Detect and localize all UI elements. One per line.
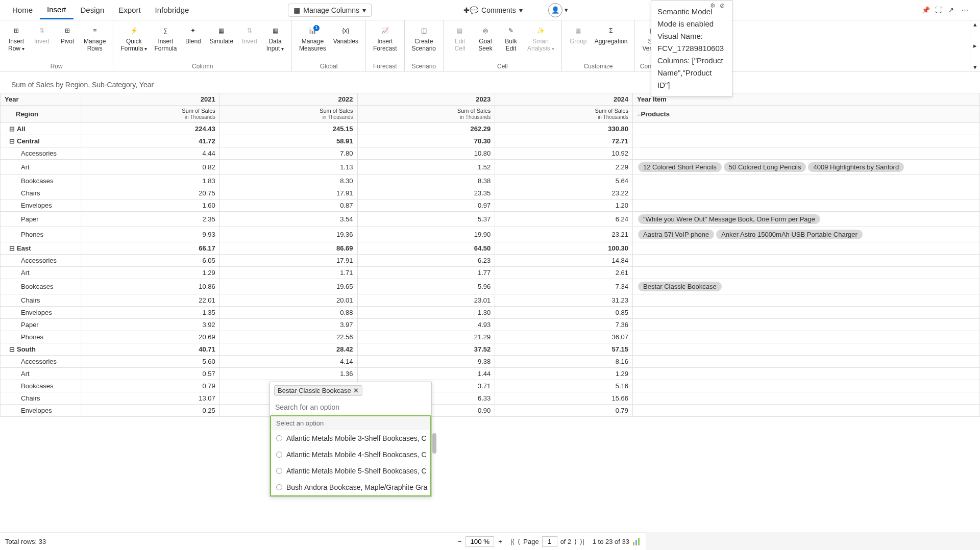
value-cell[interactable]: 1.13 — [219, 160, 357, 175]
row-label-cell[interactable]: Envelopes — [1, 405, 82, 417]
table-row[interactable]: Accessories4.447.8010.8010.92 — [1, 147, 980, 160]
tab-home[interactable]: Home — [5, 2, 40, 18]
product-chip[interactable]: 12 Colored Short Pencils — [638, 162, 722, 172]
create-scenario-button[interactable]: ◫CreateScenario — [409, 22, 439, 55]
value-cell[interactable]: 22.56 — [219, 331, 357, 343]
table-row[interactable]: ⊟East66.1786.6964.50100.30 — [1, 242, 980, 255]
value-cell[interactable]: 7.80 — [219, 147, 357, 160]
value-cell[interactable]: 0.87 — [219, 199, 357, 212]
table-row[interactable]: Bookcases10.8619.655.967.34Bestar Classi… — [1, 279, 980, 294]
table-row[interactable]: Art0.821.131.522.2912 Colored Short Penc… — [1, 160, 980, 175]
prev-page-button[interactable]: ⟨ — [518, 538, 520, 545]
row-label-cell[interactable]: Accessories — [1, 356, 82, 368]
value-cell[interactable]: 57.15 — [495, 343, 633, 356]
scroll-down-icon[interactable]: ▾ — [973, 63, 977, 71]
value-cell[interactable]: 1.44 — [357, 368, 495, 380]
value-cell[interactable]: 41.72 — [82, 135, 220, 147]
products-cell[interactable]: Bestar Classic Bookcase — [633, 279, 980, 294]
value-cell[interactable]: 7.36 — [495, 319, 633, 331]
value-cell[interactable]: 14.84 — [495, 255, 633, 267]
product-select-dropdown[interactable]: Bestar Classic Bookcase ✕ Select an opti… — [270, 382, 432, 497]
manage-measures-button[interactable]: 📊1ManageMeasures — [296, 22, 329, 55]
row-label-cell[interactable]: Art — [1, 160, 82, 175]
table-row[interactable]: Phones20.6922.5621.2936.07 — [1, 331, 980, 343]
value-cell[interactable]: 262.29 — [357, 123, 495, 135]
value-cell[interactable]: 5.64 — [495, 175, 633, 187]
value-cell[interactable]: 8.30 — [219, 175, 357, 187]
value-cell[interactable]: 9.38 — [357, 356, 495, 368]
value-cell[interactable]: 0.79 — [495, 405, 633, 417]
value-cell[interactable]: 1.83 — [82, 175, 220, 187]
table-row[interactable]: Paper3.923.974.937.36 — [1, 319, 980, 331]
close-icon[interactable]: ✕ — [353, 387, 359, 394]
dropdown-option[interactable]: Bush Andora Bookcase, Maple/Graphite Gra — [271, 479, 430, 495]
bulk-edit-button[interactable]: ✎BulkEdit — [499, 22, 523, 55]
dropdown-option[interactable]: Atlantic Metals Mobile 3-Shelf Bookcases… — [271, 430, 430, 446]
last-page-button[interactable]: ⟩| — [580, 538, 584, 545]
tab-design[interactable]: Design — [74, 2, 112, 18]
value-cell[interactable]: 0.97 — [357, 199, 495, 212]
tab-infobridge[interactable]: Infobridge — [148, 2, 197, 18]
manage-columns-button[interactable]: ▦ Manage Columns ▾ — [288, 4, 372, 17]
products-cell[interactable] — [633, 380, 980, 392]
aggregation-button[interactable]: ΣAggregation — [592, 22, 631, 47]
value-cell[interactable]: 0.79 — [82, 380, 220, 392]
scroll-right-icon[interactable]: ▸ — [973, 42, 977, 49]
value-cell[interactable]: 15.66 — [495, 392, 633, 405]
products-cell[interactable] — [633, 199, 980, 212]
products-cell[interactable]: Aastra 57i VoIP phoneAnker Astro 15000mA… — [633, 227, 980, 242]
row-label-cell[interactable]: Chairs — [1, 294, 82, 307]
collapse-icon[interactable]: ⊟ — [9, 244, 15, 252]
value-cell[interactable]: 8.38 — [357, 175, 495, 187]
value-cell[interactable]: 66.17 — [82, 242, 220, 255]
popout-icon[interactable]: ↗ — [948, 6, 957, 14]
tab-export[interactable]: Export — [111, 2, 148, 18]
ribbon-scroll[interactable]: ▴▸▾ — [970, 20, 980, 71]
value-cell[interactable]: 31.23 — [495, 294, 633, 307]
product-chip[interactable]: 4009 Highlighters by Sanford — [808, 162, 904, 172]
product-chip[interactable]: Bestar Classic Bookcase — [638, 282, 722, 291]
filter-icon[interactable]: ⚙ — [710, 2, 716, 9]
value-cell[interactable]: 23.01 — [357, 294, 495, 307]
table-row[interactable]: Chairs20.7517.9123.3523.22 — [1, 187, 980, 199]
value-cell[interactable]: 2.35 — [82, 212, 220, 227]
data-input-button[interactable]: ▦DataInput — [263, 22, 287, 55]
value-cell[interactable]: 86.69 — [219, 242, 357, 255]
insert-row-button[interactable]: ⊞InsertRow — [4, 22, 29, 55]
row-label-cell[interactable]: ⊟East — [1, 242, 82, 255]
products-cell[interactable] — [633, 392, 980, 405]
table-row[interactable]: ⊟South40.7128.4237.5257.15 — [1, 343, 980, 356]
value-cell[interactable]: 0.82 — [82, 160, 220, 175]
col-2023[interactable]: 2023 — [357, 93, 495, 106]
value-cell[interactable]: 70.30 — [357, 135, 495, 147]
value-cell[interactable]: 10.80 — [357, 147, 495, 160]
value-cell[interactable]: 224.43 — [82, 123, 220, 135]
product-chip[interactable]: 50 Colored Long Pencils — [724, 162, 806, 172]
products-cell[interactable] — [633, 175, 980, 187]
more-icon[interactable]: ⋯ — [962, 6, 970, 14]
value-cell[interactable]: 1.60 — [82, 199, 220, 212]
value-cell[interactable]: 4.93 — [357, 319, 495, 331]
goal-seek-button[interactable]: ◎GoalSeek — [473, 22, 498, 55]
col-2021[interactable]: 2021 — [82, 93, 220, 106]
value-cell[interactable]: 23.21 — [495, 227, 633, 242]
table-row[interactable]: ⊟All224.43245.15262.29330.80 — [1, 123, 980, 135]
row-label-cell[interactable]: ⊟South — [1, 343, 82, 356]
insert-forecast-button[interactable]: 📈InsertForecast — [370, 22, 400, 55]
value-cell[interactable]: 100.30 — [495, 242, 633, 255]
row-label-cell[interactable]: Chairs — [1, 392, 82, 405]
table-row[interactable]: ⊟Central41.7258.9170.3072.71 — [1, 135, 980, 147]
value-cell[interactable]: 10.86 — [82, 279, 220, 294]
table-row[interactable]: Bookcases1.838.308.385.64 — [1, 175, 980, 187]
row-label-cell[interactable]: Phones — [1, 227, 82, 242]
value-cell[interactable]: 1.29 — [495, 368, 633, 380]
products-cell[interactable] — [633, 187, 980, 199]
pin-icon[interactable]: 📌 — [922, 6, 930, 14]
product-chip[interactable]: Aastra 57i VoIP phone — [638, 230, 714, 239]
row-label-cell[interactable]: Bookcases — [1, 279, 82, 294]
value-cell[interactable]: 36.07 — [495, 331, 633, 343]
row-label-cell[interactable]: Bookcases — [1, 175, 82, 187]
value-cell[interactable]: 58.91 — [219, 135, 357, 147]
value-cell[interactable]: 19.90 — [357, 227, 495, 242]
value-cell[interactable]: 19.65 — [219, 279, 357, 294]
